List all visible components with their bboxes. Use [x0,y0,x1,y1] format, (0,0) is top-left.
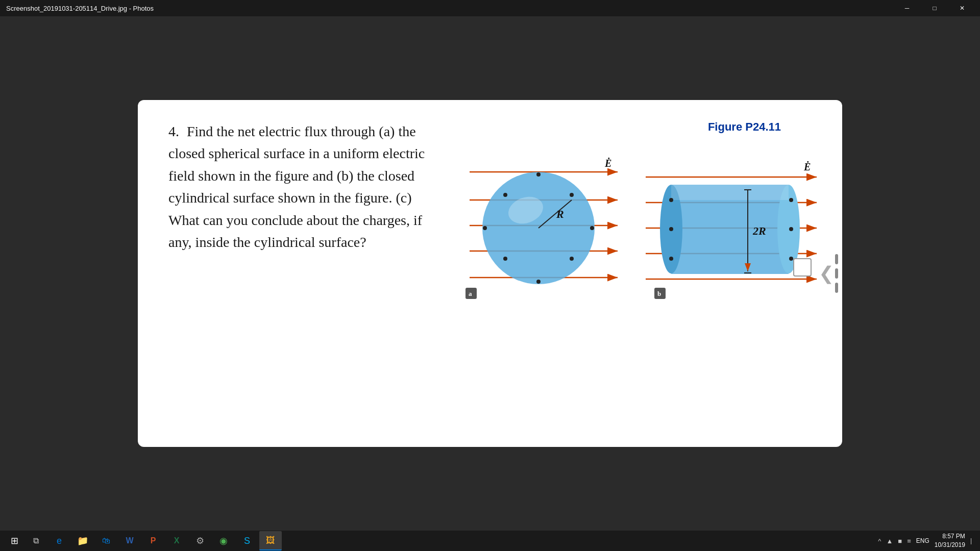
date-display: 10/31/2019 [935,541,965,549]
figure-a: R Ė [454,149,623,304]
minimize-button[interactable]: ─ [895,0,919,16]
store-button[interactable]: 🛍 [95,531,117,550]
close-button[interactable]: ✕ [950,0,974,16]
network-icon: ■ [898,537,902,545]
svg-point-17 [570,193,574,197]
svg-point-14 [503,193,507,197]
chrome-button[interactable]: ◉ [212,531,235,550]
filmstrip-dot [835,254,838,264]
svg-text:2R: 2R [752,224,766,237]
edge-button[interactable]: e [48,531,70,550]
main-content: 4. Find the net electric flux through (a… [0,16,980,531]
svg-point-37 [789,227,793,231]
window-controls: ─ □ ✕ [895,0,974,16]
taskbar-icons: ⧉ e 📁 🛍 W P X ⚙ ◉ [24,531,878,550]
svg-point-10 [536,172,541,177]
start-button[interactable]: ⊞ [4,531,24,551]
svg-point-11 [536,280,541,284]
svg-text:Ė: Ė [803,161,811,172]
figure-b: 2R Ė b [643,149,822,304]
svg-rect-30 [671,185,789,200]
svg-point-15 [570,257,574,261]
figures-row: R Ė [454,149,822,304]
excel-button[interactable]: X [165,531,188,550]
sphere-diagram: R Ė [454,149,623,302]
svg-point-38 [789,257,793,261]
svg-text:a: a [469,290,472,297]
filmstrip-dot [835,268,838,279]
taskbar: ⊞ ⧉ e 📁 🛍 W P X ⚙ [0,531,980,551]
svg-text:b: b [657,290,661,297]
figure-section: Figure P24.11 [454,120,822,427]
edge-icon: e [57,536,62,546]
windows-icon: ⊞ [11,535,18,546]
language-indicator: ENG [916,537,929,544]
cylinder-diagram: 2R Ė b [643,149,822,302]
svg-point-41 [669,257,673,261]
svg-text:R: R [556,208,564,220]
svg-point-13 [590,226,594,230]
window-title: Screenshot_20191031-205114_Drive.jpg - P… [6,5,154,12]
up-arrow-icon: ▲ [886,537,893,545]
word-icon: W [126,536,133,545]
time-display: 8:57 PM [935,532,965,541]
skype-icon: S [244,536,250,546]
excel-icon: X [174,536,180,545]
question-text: 4. Find the net electric flux through (a… [168,120,434,253]
filmstrip-dot [835,283,838,293]
notification-icon: ≡ [907,537,911,545]
powerpoint-icon: P [151,536,156,545]
clock: 8:57 PM 10/31/2019 [935,532,965,549]
word-button[interactable]: W [118,531,141,550]
svg-point-39 [669,198,673,202]
powerpoint-button[interactable]: P [142,531,164,550]
selection-checkbox[interactable] [793,258,812,277]
filmstrip [835,254,838,293]
question-section: 4. Find the net electric flux through (a… [168,120,434,427]
store-icon: 🛍 [102,536,110,545]
file-explorer-icon: 📁 [77,535,88,546]
task-view-icon: ⧉ [33,536,39,545]
svg-point-16 [503,257,507,261]
photo-card: 4. Find the net electric flux through (a… [138,100,842,447]
next-arrow[interactable]: ❮ [819,263,834,284]
figure-title: Figure P24.11 [708,120,781,134]
question-number: 4. [168,123,179,139]
chrome-icon: ◉ [219,535,228,546]
title-bar: Screenshot_20191031-205114_Drive.jpg - P… [0,0,980,16]
taskbar-right: ^ ▲ ■ ≡ ENG 8:57 PM 10/31/2019 | [878,532,976,549]
file-explorer-button[interactable]: 📁 [71,531,94,550]
svg-point-12 [483,226,487,230]
photos-button[interactable]: 🖼 [259,531,282,550]
chevron-icon[interactable]: ^ [878,537,881,545]
settings-button[interactable]: ⚙ [189,531,211,550]
desktop-button[interactable]: | [970,537,972,544]
svg-point-36 [789,198,793,202]
svg-text:Ė: Ė [604,157,611,169]
svg-point-40 [669,227,673,231]
settings-icon: ⚙ [196,535,204,546]
task-view-button[interactable]: ⧉ [24,531,47,550]
maximize-button[interactable]: □ [923,0,946,16]
photos-icon: 🖼 [266,535,275,546]
skype-button[interactable]: S [236,531,258,550]
